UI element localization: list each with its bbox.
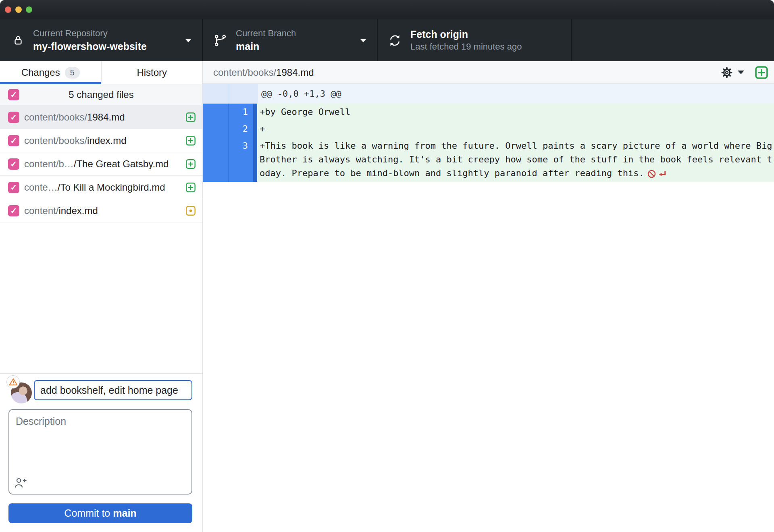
- included-line-strip: [253, 137, 257, 182]
- old-line-number-cell[interactable]: [203, 104, 229, 121]
- file-name: /To Kill a Mockingbird.md: [58, 182, 165, 193]
- new-line-number-cell[interactable]: 2: [229, 121, 253, 137]
- fetch-subtitle: Last fetched 19 minutes ago: [410, 42, 522, 52]
- diff-path-prefix: content/books/: [213, 67, 276, 78]
- diff-file-name: 1984.md: [276, 67, 314, 78]
- file-path-prefix: content/: [24, 205, 58, 216]
- return-arrow-icon: [657, 169, 667, 179]
- added-line-text: +This book is like a warning from the fu…: [257, 137, 774, 182]
- commit-panel: Commit to main: [0, 373, 202, 532]
- file-row[interactable]: ✓ content/books/index.md: [0, 129, 202, 152]
- file-added-icon: [185, 159, 196, 169]
- minimize-window-button[interactable]: [15, 6, 22, 13]
- diff-line: 2 +: [203, 121, 774, 137]
- new-line-number-cell[interactable]: 1: [229, 104, 253, 121]
- file-name: index.md: [87, 135, 126, 146]
- add-coauthor-icon[interactable]: [14, 476, 27, 490]
- commit-button-label: Commit to: [64, 507, 110, 519]
- file-path-prefix: content/b…: [24, 158, 74, 169]
- sidebar: Changes 5 History ✓ 5 changed files ✓ co…: [0, 61, 203, 532]
- diff-pane: content/books/1984.md: [203, 61, 774, 532]
- fetch-title: Fetch origin: [410, 28, 522, 40]
- commit-description-box: [8, 409, 192, 495]
- chevron-down-icon: [185, 39, 191, 42]
- changes-count-badge: 5: [65, 67, 80, 79]
- file-name: 1984.md: [87, 112, 125, 123]
- file-added-icon: [185, 182, 196, 193]
- included-line-strip: [253, 121, 257, 137]
- expand-diff-button[interactable]: [755, 66, 768, 79]
- file-added-icon: [185, 135, 196, 146]
- hunk-header-text: @@ -0,0 +1,3 @@: [258, 84, 774, 104]
- tab-changes-label: Changes: [21, 67, 60, 78]
- no-entry-icon: [647, 169, 657, 179]
- hunk-gutter: [203, 84, 258, 104]
- included-line-strip: [253, 104, 257, 121]
- current-branch-dropdown[interactable]: Current Branch main: [203, 19, 378, 61]
- file-modified-icon: [185, 206, 196, 216]
- file-row[interactable]: ✓ content/books/1984.md: [0, 106, 202, 129]
- commit-button-branch: main: [113, 507, 136, 519]
- branch-name: main: [236, 40, 296, 52]
- tab-history[interactable]: History: [101, 61, 203, 84]
- new-line-number-cell[interactable]: 3: [229, 137, 253, 182]
- lock-icon: [12, 34, 24, 46]
- zoom-window-button[interactable]: [26, 6, 32, 13]
- added-line-text: +: [257, 121, 774, 137]
- changed-files-count: 5 changed files: [0, 89, 202, 100]
- warning-icon: [6, 375, 20, 389]
- close-window-button[interactable]: [5, 6, 11, 13]
- tab-changes[interactable]: Changes 5: [0, 61, 101, 84]
- no-newline-marker: [647, 169, 667, 179]
- diff-file-header: content/books/1984.md: [203, 61, 774, 84]
- repository-label: Current Repository: [33, 28, 147, 39]
- file-name: index.md: [58, 205, 98, 216]
- sidebar-tabs: Changes 5 History: [0, 61, 202, 84]
- file-row[interactable]: ✓ content/index.md: [0, 199, 202, 222]
- file-checkbox[interactable]: ✓: [8, 205, 19, 216]
- file-name: /The Great Gatsby.md: [74, 158, 169, 169]
- toolbar: Current Repository my-flowershow-website…: [0, 19, 774, 61]
- diff-file-path: content/books/1984.md: [213, 67, 720, 78]
- file-row[interactable]: ✓ content/b…/The Great Gatsby.md: [0, 152, 202, 176]
- chevron-down-icon: [738, 71, 744, 74]
- diff-body: @@ -0,0 +1,3 @@ 1 +by George Orwell 2 +: [203, 84, 774, 532]
- diff-line: 1 +by George Orwell: [203, 104, 774, 121]
- gear-icon: [720, 65, 734, 80]
- diff-options-button[interactable]: [720, 65, 744, 80]
- toolbar-filler: [572, 19, 774, 61]
- app-window: Current Repository my-flowershow-website…: [0, 0, 774, 532]
- diff-line: 3 +This book is like a warning from the …: [203, 137, 774, 182]
- commit-description-input[interactable]: [9, 410, 191, 474]
- fetch-origin-button[interactable]: Fetch origin Last fetched 19 minutes ago: [378, 19, 572, 61]
- file-checkbox[interactable]: ✓: [8, 158, 19, 170]
- commit-button[interactable]: Commit to main: [8, 503, 192, 523]
- titlebar: [0, 0, 774, 19]
- branch-label: Current Branch: [236, 28, 296, 39]
- git-branch-icon: [214, 34, 227, 47]
- file-checkbox[interactable]: ✓: [8, 112, 19, 123]
- added-line-text-content: +This book is like a warning from the fu…: [260, 141, 774, 178]
- repository-name: my-flowershow-website: [33, 40, 147, 52]
- file-row[interactable]: ✓ conte…/To Kill a Mockingbird.md: [0, 176, 202, 199]
- file-path-prefix: conte…: [24, 182, 58, 193]
- old-line-number-cell[interactable]: [203, 121, 229, 137]
- file-path-prefix: content/books/: [24, 135, 87, 146]
- file-path-prefix: content/books/: [24, 112, 87, 123]
- tab-history-label: History: [137, 67, 167, 78]
- file-list-empty-space: [0, 222, 202, 373]
- current-repository-dropdown[interactable]: Current Repository my-flowershow-website: [0, 19, 203, 61]
- select-all-checkbox[interactable]: ✓: [8, 89, 19, 100]
- file-checkbox[interactable]: ✓: [8, 182, 19, 193]
- file-added-icon: [185, 112, 196, 123]
- added-line-text: +by George Orwell: [257, 104, 774, 121]
- sync-icon: [388, 34, 402, 47]
- commit-summary-input[interactable]: [34, 380, 192, 400]
- hunk-header-row: @@ -0,0 +1,3 @@: [203, 84, 774, 104]
- old-line-number-cell[interactable]: [203, 137, 229, 182]
- file-checkbox[interactable]: ✓: [8, 135, 19, 146]
- chevron-down-icon: [360, 39, 366, 42]
- changed-files-header: ✓ 5 changed files: [0, 84, 202, 106]
